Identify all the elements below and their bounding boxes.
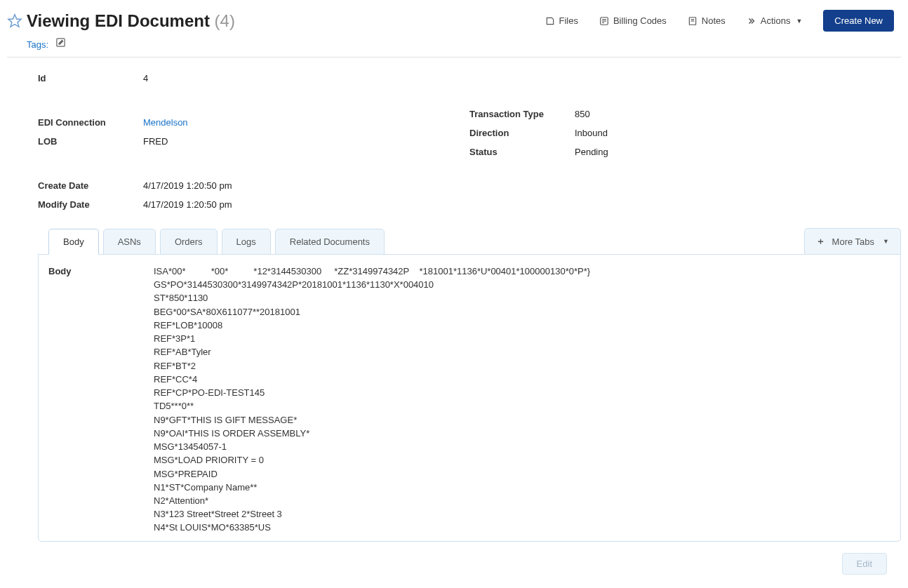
page-title: Viewing EDI Document (4) bbox=[27, 11, 235, 31]
tab-panel-body: Body ISA*00* *00* *12*3144530300 *ZZ*314… bbox=[38, 254, 901, 542]
tab-body[interactable]: Body bbox=[48, 229, 99, 255]
billing-codes-label: Billing Codes bbox=[613, 15, 667, 26]
tab-asns[interactable]: ASNs bbox=[103, 229, 156, 255]
more-tabs-button[interactable]: ＋ More Tabs ▼ bbox=[804, 228, 901, 255]
more-tabs-label: More Tabs bbox=[832, 236, 874, 247]
modify-date-value: 4/17/2019 1:20:50 pm bbox=[143, 199, 232, 210]
tab-logs[interactable]: Logs bbox=[222, 229, 271, 255]
notes-link[interactable]: Notes bbox=[688, 15, 726, 26]
id-value: 4 bbox=[143, 73, 148, 83]
actions-icon bbox=[747, 16, 756, 26]
star-icon[interactable] bbox=[7, 13, 22, 29]
edit-tags-icon[interactable] bbox=[55, 37, 66, 48]
id-label: Id bbox=[38, 73, 143, 83]
caret-down-icon: ▼ bbox=[796, 18, 802, 25]
create-date-label: Create Date bbox=[38, 180, 143, 191]
transaction-type-label: Transaction Type bbox=[469, 109, 575, 119]
actions-label: Actions bbox=[761, 15, 791, 26]
create-date-value: 4/17/2019 1:20:50 pm bbox=[143, 180, 232, 191]
caret-down-icon: ▼ bbox=[883, 238, 889, 245]
tab-related-documents[interactable]: Related Documents bbox=[275, 229, 385, 255]
notes-label: Notes bbox=[702, 15, 726, 26]
transaction-type-value: 850 bbox=[575, 109, 590, 119]
edit-button: Edit bbox=[842, 553, 887, 575]
files-link[interactable]: Files bbox=[545, 15, 578, 26]
lob-value: FRED bbox=[143, 136, 168, 147]
lob-label: LOB bbox=[38, 136, 143, 147]
notes-icon bbox=[688, 16, 697, 26]
body-panel-content[interactable]: ISA*00* *00* *12*3144530300 *ZZ*31499743… bbox=[154, 265, 890, 531]
billing-codes-link[interactable]: Billing Codes bbox=[599, 15, 667, 26]
status-value: Pending bbox=[575, 147, 608, 157]
svg-marker-0 bbox=[8, 14, 21, 26]
direction-value: Inbound bbox=[575, 128, 608, 138]
create-new-button[interactable]: Create New bbox=[823, 10, 894, 32]
status-label: Status bbox=[469, 147, 575, 157]
tags-label: Tags: bbox=[27, 39, 48, 50]
actions-dropdown[interactable]: Actions ▼ bbox=[747, 15, 803, 26]
edi-connection-value[interactable]: Mendelson bbox=[143, 117, 188, 128]
files-label: Files bbox=[559, 15, 578, 26]
page-title-text: Viewing EDI Document bbox=[27, 11, 210, 30]
page-title-id: (4) bbox=[215, 11, 235, 30]
modify-date-label: Modify Date bbox=[38, 199, 143, 210]
body-panel-label: Body bbox=[48, 265, 154, 531]
divider bbox=[7, 57, 901, 58]
direction-label: Direction bbox=[469, 128, 575, 138]
edi-connection-label: EDI Connection bbox=[38, 117, 143, 128]
tab-orders[interactable]: Orders bbox=[160, 229, 218, 255]
plus-icon: ＋ bbox=[816, 235, 825, 248]
files-icon bbox=[545, 16, 555, 26]
billing-codes-icon bbox=[599, 16, 609, 26]
